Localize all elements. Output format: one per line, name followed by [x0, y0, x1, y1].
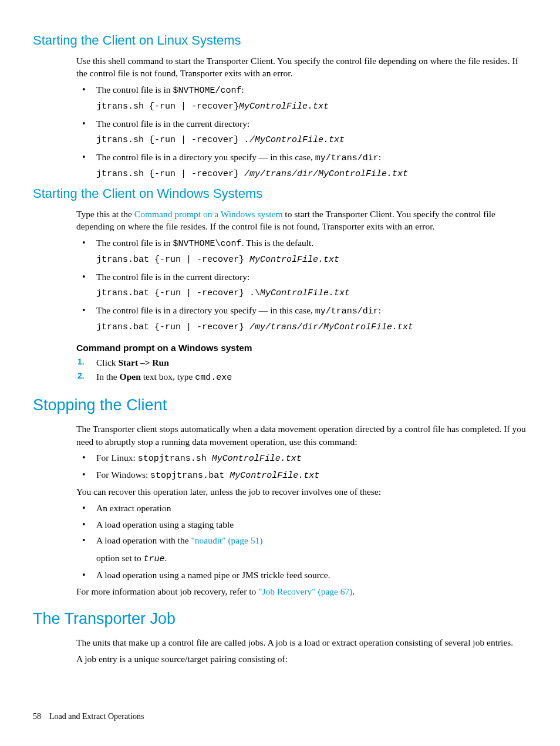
- section-job-body: The units that make up a control file ar…: [76, 636, 527, 665]
- text-line: option set to true.: [96, 552, 527, 565]
- list-item: The control file is in $NVTHOME\conf. Th…: [76, 237, 527, 266]
- code-arg: ./MyControlFile.txt: [244, 135, 345, 145]
- code-line: jtrans.sh {-run | -recover} ./MyControlF…: [96, 134, 527, 146]
- list-item: For Linux: stopjtrans.sh MyControlFile.t…: [76, 451, 527, 465]
- inline-code: my/trans/dir: [315, 306, 379, 316]
- code-arg: MyControlFile.txt: [260, 288, 350, 298]
- list-item: A load operation using a named pipe or J…: [76, 569, 527, 582]
- inline-code: stopjtrans.bat: [150, 471, 230, 481]
- code-arg: MyControlFile.txt: [230, 471, 319, 481]
- text: :: [379, 305, 381, 315]
- code: jtrans.bat {-run | -recover}: [96, 255, 249, 265]
- list-item: The control file is in a directory you s…: [76, 151, 527, 180]
- list-item: The control file is in $NVTHOME/conf: jt…: [76, 83, 527, 113]
- bullet-list: The control file is in $NVTHOME\conf. Th…: [76, 237, 527, 333]
- code-arg: /my/trans/dir/MyControlFile.txt: [249, 322, 413, 332]
- bold-text: Open: [120, 372, 141, 382]
- text: The control file is in: [96, 238, 173, 248]
- bullet-list: An extract operation A load operation us…: [76, 502, 527, 582]
- step-item: Click Start –> Run: [76, 356, 527, 369]
- list-item: For Windows: stopjtrans.bat MyControlFil…: [76, 468, 527, 482]
- bold-text: Start –> Run: [118, 357, 168, 367]
- text: .: [165, 553, 167, 563]
- code-line: jtrans.bat {-run | -recover} MyControlFi…: [96, 254, 527, 266]
- inline-code: $NVTHOME/conf: [173, 86, 241, 96]
- heading-starting-windows: Starting the Client on Windows Systems: [33, 185, 527, 203]
- paragraph: Type this at the Command prompt on a Win…: [76, 208, 527, 233]
- inline-code: stopjtrans.sh: [138, 454, 212, 464]
- code-arg: MyControlFile.txt: [249, 255, 339, 265]
- inline-code: $NVTHOME\conf: [173, 239, 241, 249]
- text: Type this at the: [76, 209, 134, 219]
- text: For more information about job recovery,…: [76, 586, 258, 596]
- text: Click: [96, 357, 118, 367]
- text: The control file is in a directory you s…: [96, 152, 315, 162]
- code: jtrans.bat {-run | -recover}: [96, 322, 249, 332]
- list-item: The control file is in the current direc…: [76, 271, 527, 299]
- subheading-command-prompt: Command prompt on a Windows system: [76, 342, 527, 355]
- code-arg: MyControlFile.txt: [212, 454, 302, 464]
- code-arg: true: [144, 554, 165, 564]
- paragraph: For more information about job recovery,…: [76, 585, 527, 598]
- bullet-list: The control file is in $NVTHOME/conf: jt…: [76, 83, 527, 180]
- code: jtrans.sh {-run | -recover}: [96, 169, 244, 179]
- section-linux-body: Use this shell command to start the Tran…: [76, 55, 527, 180]
- code-line: jtrans.sh {-run | -recover} /my/trans/di…: [96, 168, 527, 180]
- heading-stopping-client: Stopping the Client: [33, 394, 527, 417]
- list-item: A load operation with the "noaudit" (pag…: [76, 534, 527, 565]
- bullet-list: For Linux: stopjtrans.sh MyControlFile.t…: [76, 451, 527, 482]
- link-noaudit[interactable]: "noaudit" (page 51): [191, 535, 262, 545]
- text: A load operation with the: [96, 535, 191, 545]
- text: The control file is in a directory you s…: [96, 305, 315, 315]
- link-job-recovery[interactable]: "Job Recovery" (page 67): [258, 586, 352, 596]
- list-item: The control file is in a directory you s…: [76, 304, 527, 333]
- ordered-steps: Click Start –> Run In the Open text box,…: [76, 356, 527, 384]
- text: For Windows:: [96, 470, 150, 480]
- code-line: jtrans.bat {-run | -recover} /my/trans/d…: [96, 321, 527, 333]
- paragraph: The Transporter client stops automatical…: [76, 423, 527, 448]
- paragraph: Use this shell command to start the Tran…: [76, 55, 527, 80]
- inline-code: cmd.exe: [195, 373, 232, 383]
- paragraph: The units that make up a control file ar…: [76, 636, 527, 649]
- section-windows-body: Type this at the Command prompt on a Win…: [76, 208, 527, 384]
- text: In the: [96, 372, 120, 382]
- text: .: [352, 586, 355, 596]
- text: :: [379, 152, 381, 162]
- text: The control file is in the current direc…: [96, 272, 249, 282]
- code-line: jtrans.bat {-run | -recover} .\MyControl…: [96, 287, 527, 299]
- paragraph: A job entry is a unique source/target pa…: [76, 653, 527, 666]
- code-arg: /my/trans/dir/MyControlFile.txt: [244, 169, 408, 179]
- text: A load operation using a named pipe or J…: [96, 570, 330, 580]
- text: . This is the default.: [241, 238, 313, 248]
- list-item: An extract operation: [76, 502, 527, 515]
- text: An extract operation: [96, 503, 171, 513]
- section-stopping-body: The Transporter client stops automatical…: [76, 423, 527, 598]
- text: For Linux:: [96, 453, 138, 463]
- step-item: In the Open text box, type cmd.exe: [76, 370, 527, 384]
- text: The control file is in the current direc…: [96, 119, 249, 129]
- heading-transporter-job: The Transporter Job: [33, 608, 527, 630]
- text: option set to: [96, 553, 144, 563]
- list-item: The control file is in the current direc…: [76, 117, 527, 146]
- code: jtrans.sh {-run | -recover}: [96, 135, 244, 145]
- text: A load operation using a staging table: [96, 519, 234, 529]
- link-command-prompt[interactable]: Command prompt on a Windows system: [134, 209, 283, 219]
- text: :: [241, 85, 244, 94]
- heading-starting-linux: Starting the Client on Linux Systems: [33, 32, 527, 50]
- text: The control file is in: [96, 85, 173, 94]
- paragraph: You can recover this operation later, un…: [76, 485, 527, 498]
- code-line: jtrans.sh {-run | -recover}MyControlFile…: [96, 100, 527, 113]
- list-item: A load operation using a staging table: [76, 518, 527, 531]
- text: text box, type: [141, 372, 195, 382]
- code: jtrans.bat {-run | -recover} .\: [96, 288, 260, 298]
- inline-code: my/trans/dir: [315, 153, 379, 163]
- code: jtrans.sh {-run | -recover}: [96, 102, 239, 112]
- code-arg: MyControlFile.txt: [239, 102, 329, 112]
